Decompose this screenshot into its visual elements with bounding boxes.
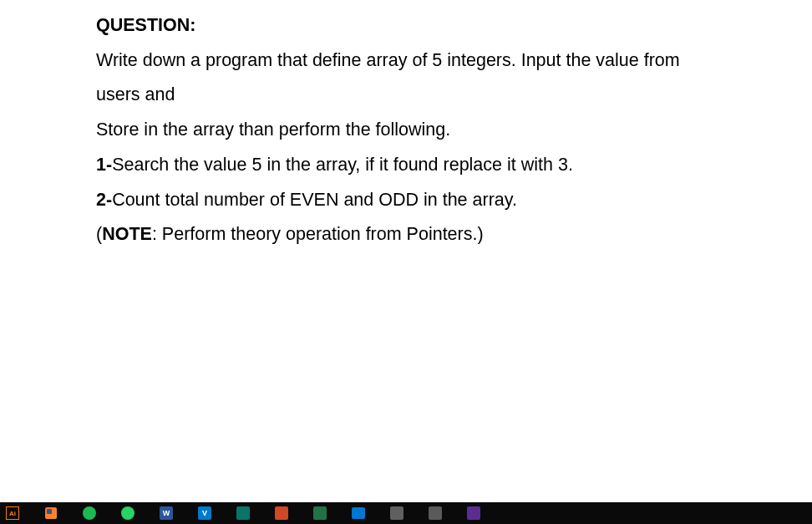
settings-icon[interactable] [428, 506, 443, 521]
excel-icon[interactable] [312, 506, 327, 521]
note-bold: NOTE [102, 224, 152, 244]
visual-studio-icon[interactable] [466, 506, 481, 521]
publisher-icon[interactable] [236, 506, 251, 521]
document-content: QUESTION: Write down a program that defi… [0, 0, 812, 252]
item-2-prefix: 2- [96, 190, 112, 210]
note-text: : Perform theory operation from Pointers… [152, 224, 484, 244]
mail-icon[interactable] [351, 506, 366, 521]
question-heading: QUESTION: [96, 8, 720, 43]
photoshop-icon[interactable] [43, 506, 58, 521]
whatsapp-icon[interactable] [120, 506, 135, 521]
note-line: (NOTE: Perform theory operation from Poi… [96, 217, 720, 252]
list-item-1: 1-Search the value 5 in the array, if it… [96, 148, 720, 183]
item-2-text: Count total number of EVEN and ODD in th… [112, 190, 517, 210]
math-icon[interactable] [389, 506, 404, 521]
powerpoint-icon[interactable] [274, 506, 289, 521]
list-item-2: 2-Count total number of EVEN and ODD in … [96, 183, 720, 218]
spotify-icon[interactable] [82, 506, 97, 521]
vscode-icon[interactable]: V [197, 506, 212, 521]
taskbar: Ai W V [0, 502, 812, 524]
item-1-prefix: 1- [96, 155, 112, 175]
item-1-text: Search the value 5 in the array, if it f… [112, 155, 573, 175]
heading-text: QUESTION: [96, 15, 195, 35]
illustrator-icon[interactable]: Ai [5, 506, 20, 521]
paragraph-line-2: Store in the array than perform the foll… [96, 113, 720, 148]
word-icon[interactable]: W [159, 506, 174, 521]
paragraph-line-1: Write down a program that define array o… [96, 43, 720, 113]
